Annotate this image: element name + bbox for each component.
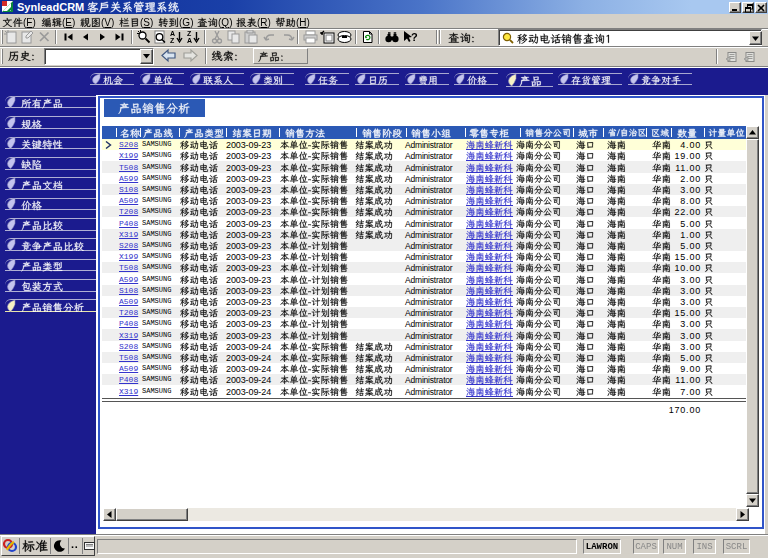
svg-text:Z: Z [187,30,192,37]
svg-text:A: A [170,30,175,37]
svg-text:Z: Z [170,37,175,44]
svg-text:A: A [187,37,192,44]
svg-text:?: ? [411,31,418,43]
